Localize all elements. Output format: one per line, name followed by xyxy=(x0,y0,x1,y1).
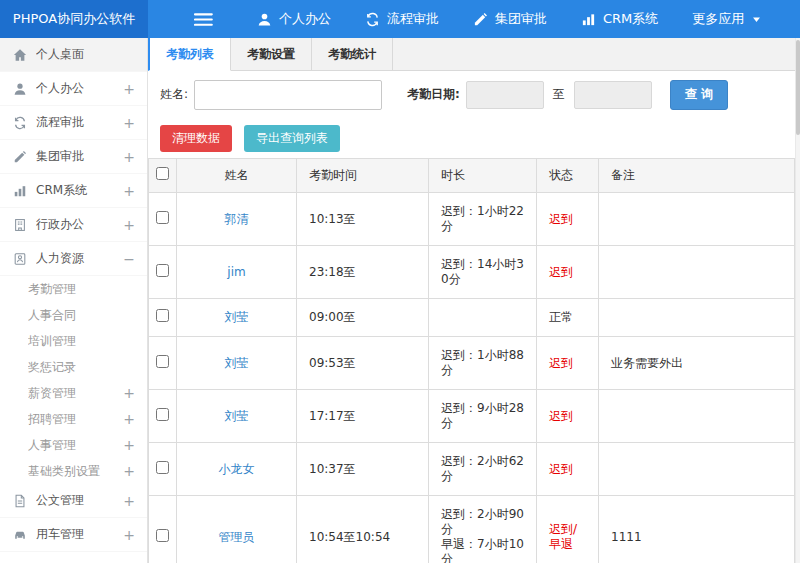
row-checkbox[interactable] xyxy=(156,529,169,542)
duration-cell xyxy=(429,299,537,337)
table-row: 小龙女10:37至迟到：2小时62分迟到 xyxy=(149,443,795,496)
attendance-table: 姓名考勤时间时长状态备注 郭清10:13至迟到：1小时22分迟到jim23:18… xyxy=(148,158,795,563)
sidebar-item-9[interactable]: 用车管理+ xyxy=(0,518,147,552)
sidebar-item-1[interactable]: 个人桌面 xyxy=(0,38,147,72)
expand-icon[interactable]: + xyxy=(119,82,135,96)
export-list-button[interactable]: 导出查询列表 xyxy=(244,125,340,152)
name-cell: 刘莹 xyxy=(177,299,297,337)
hamburger-icon[interactable] xyxy=(194,12,214,27)
status-cell: 迟到 xyxy=(537,337,599,390)
status-cell: 迟到 xyxy=(537,193,599,246)
sidebar-item-3[interactable]: 流程审批+ xyxy=(0,106,147,140)
tab-1[interactable]: 考勤列表 xyxy=(148,38,231,71)
flow-icon xyxy=(365,12,380,27)
table-row: 刘莹09:53至迟到：1小时88分迟到业务需要外出 xyxy=(149,337,795,390)
sidebar-subitem-7[interactable]: 人事管理+ xyxy=(0,432,147,458)
sidebar-item-label: 人力资源 xyxy=(36,250,119,267)
sidebar-item-7[interactable]: 人力资源− xyxy=(0,242,147,276)
sidebar-subitem-2[interactable]: 人事合同 xyxy=(0,302,147,328)
flow-icon xyxy=(13,116,27,130)
expand-icon[interactable]: + xyxy=(119,464,135,478)
sidebar-subitem-5[interactable]: 薪资管理+ xyxy=(0,380,147,406)
nav-item-5[interactable]: 更多应用 xyxy=(675,0,779,38)
column-header: 考勤时间 xyxy=(297,159,429,193)
top-header: PHPOA协同办公软件 个人办公流程审批集团审批CRM系统更多应用 xyxy=(0,0,800,38)
hr-icon xyxy=(13,252,27,266)
clear-data-button[interactable]: 清理数据 xyxy=(160,125,232,152)
name-cell: 管理员 xyxy=(177,496,297,563)
row-checkbox[interactable] xyxy=(156,355,169,368)
sidebar-item-4[interactable]: 集团审批+ xyxy=(0,140,147,174)
date-start-input[interactable] xyxy=(466,81,544,109)
sidebar-subitem-3[interactable]: 培训管理 xyxy=(0,328,147,354)
sidebar-item-6[interactable]: 行政办公+ xyxy=(0,208,147,242)
name-filter-input[interactable] xyxy=(194,80,382,110)
caret-down-icon xyxy=(751,14,762,25)
attendance-time-cell: 10:13至 xyxy=(297,193,429,246)
tab-2[interactable]: 考勤设置 xyxy=(231,38,312,70)
sidebar-subitem-4[interactable]: 奖惩记录 xyxy=(0,354,147,380)
employee-name-link[interactable]: 小龙女 xyxy=(219,462,255,476)
date-filter-label: 考勤日期: xyxy=(407,86,460,103)
expand-icon[interactable]: + xyxy=(119,438,135,452)
expand-icon[interactable]: + xyxy=(119,218,135,232)
nav-item-3[interactable]: 集团审批 xyxy=(456,0,564,38)
page-scrollbar[interactable] xyxy=(795,38,800,563)
duration-cell: 迟到：2小时62分 xyxy=(429,443,537,496)
collapse-icon[interactable]: − xyxy=(119,252,135,266)
expand-icon[interactable]: + xyxy=(119,386,135,400)
filter-bar: 姓名: 考勤日期: 至 查 询 xyxy=(148,71,795,118)
expand-icon[interactable]: + xyxy=(119,412,135,426)
expand-icon[interactable]: + xyxy=(119,150,135,164)
query-button[interactable]: 查 询 xyxy=(670,80,728,110)
employee-name-link[interactable]: 郭清 xyxy=(225,212,249,226)
table-row: 刘莹17:17至迟到：9小时28分迟到 xyxy=(149,390,795,443)
duration-cell: 迟到：1小时88分 xyxy=(429,337,537,390)
note-cell xyxy=(599,193,795,246)
employee-name-link[interactable]: jim xyxy=(227,265,245,279)
table-row: 管理员10:54至10:54迟到：2小时90分早退：7小时10分迟到/早退111… xyxy=(149,496,795,563)
row-checkbox[interactable] xyxy=(156,309,169,322)
employee-name-link[interactable]: 管理员 xyxy=(219,530,255,544)
sidebar-subitem-6[interactable]: 招聘管理+ xyxy=(0,406,147,432)
scrollbar-thumb[interactable] xyxy=(796,40,800,135)
expand-icon[interactable]: + xyxy=(119,528,135,542)
expand-icon[interactable]: + xyxy=(119,184,135,198)
row-checkbox[interactable] xyxy=(156,264,169,277)
date-end-input[interactable] xyxy=(574,81,652,109)
attendance-time-cell: 23:18至 xyxy=(297,246,429,299)
nav-item-2[interactable]: 流程审批 xyxy=(348,0,456,38)
sidebar-item-2[interactable]: 个人办公+ xyxy=(0,72,147,106)
duration-cell: 迟到：1小时22分 xyxy=(429,193,537,246)
expand-icon[interactable]: + xyxy=(119,494,135,508)
nav-item-4[interactable]: CRM系统 xyxy=(564,0,675,38)
sidebar-item-label: 集团审批 xyxy=(36,148,119,165)
table-row: 刘莹09:00至正常 xyxy=(149,299,795,337)
sidebar-item-5[interactable]: CRM系统+ xyxy=(0,174,147,208)
select-all-checkbox[interactable] xyxy=(156,167,169,180)
name-cell: 小龙女 xyxy=(177,443,297,496)
expand-icon[interactable]: + xyxy=(119,116,135,130)
date-range-to-label: 至 xyxy=(553,86,565,103)
user-icon xyxy=(13,82,27,96)
sidebar-subitem-8[interactable]: 基础类别设置+ xyxy=(0,458,147,484)
row-checkbox[interactable] xyxy=(156,408,169,421)
nav-item-label: 个人办公 xyxy=(279,10,331,28)
app-logo: PHPOA协同办公软件 xyxy=(0,0,148,38)
nav-item-1[interactable]: 个人办公 xyxy=(240,0,348,38)
row-checkbox[interactable] xyxy=(156,211,169,224)
chart-icon xyxy=(581,12,596,27)
status-cell: 迟到/早退 xyxy=(537,496,599,563)
employee-name-link[interactable]: 刘莹 xyxy=(225,356,249,370)
tab-3[interactable]: 考勤统计 xyxy=(312,38,393,70)
sidebar-subitem-1[interactable]: 考勤管理 xyxy=(0,276,147,302)
employee-name-link[interactable]: 刘莹 xyxy=(225,409,249,423)
status-cell: 迟到 xyxy=(537,246,599,299)
building-icon xyxy=(13,218,27,232)
employee-name-link[interactable]: 刘莹 xyxy=(225,310,249,324)
name-cell: 刘莹 xyxy=(177,337,297,390)
sidebar-item-8[interactable]: 公文管理+ xyxy=(0,484,147,518)
duration-cell: 迟到：14小时30分 xyxy=(429,246,537,299)
car-icon xyxy=(13,528,27,542)
row-checkbox[interactable] xyxy=(156,461,169,474)
